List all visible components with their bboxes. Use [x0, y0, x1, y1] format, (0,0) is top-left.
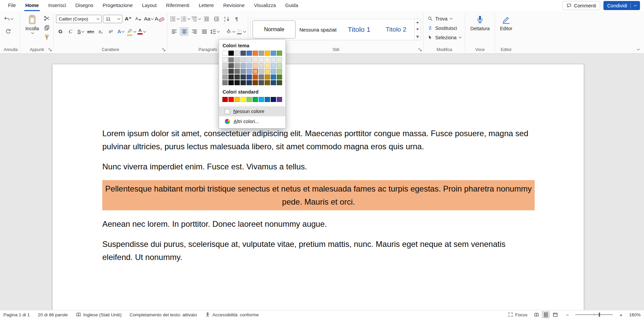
- line-spacing-button[interactable]: [210, 27, 219, 36]
- color-swatch[interactable]: [259, 51, 264, 56]
- paragraph[interactable]: Aenean nec lorem. In porttitor. Donec la…: [102, 217, 535, 230]
- tab-visualizza[interactable]: Visualizza: [249, 0, 280, 11]
- align-left-button[interactable]: [170, 27, 178, 36]
- color-swatch[interactable]: [228, 74, 234, 79]
- zoom-slider-thumb[interactable]: [599, 313, 600, 317]
- paragraph[interactable]: Suspendisse dui purus, scelerisque at, v…: [102, 237, 535, 264]
- read-mode-button[interactable]: [532, 311, 540, 318]
- color-swatch[interactable]: [277, 69, 282, 74]
- color-swatch[interactable]: [240, 74, 246, 79]
- color-swatch[interactable]: [253, 57, 258, 62]
- stili-dialog-launcher[interactable]: [418, 47, 422, 52]
- color-swatch[interactable]: [253, 97, 258, 102]
- justify-button[interactable]: [200, 27, 209, 36]
- color-swatch[interactable]: [265, 97, 270, 102]
- page-number-status[interactable]: Pagina 1 di 1: [3, 312, 30, 317]
- text-effects-button[interactable]: A: [116, 27, 125, 36]
- color-swatch[interactable]: [277, 80, 282, 85]
- paste-button[interactable]: Incolla: [23, 13, 42, 46]
- paragraph[interactable]: Nunc viverra imperdiet enim. Fusce est. …: [102, 160, 535, 173]
- color-swatch[interactable]: [271, 97, 276, 102]
- tab-home[interactable]: Home: [20, 0, 43, 11]
- shading-button[interactable]: Colori tema Colori standard: [225, 27, 235, 36]
- color-swatch[interactable]: [240, 57, 246, 62]
- color-swatch[interactable]: [277, 51, 282, 56]
- style-nessuna-spaziatura[interactable]: Nessuna spaziatura: [296, 20, 340, 39]
- show-paragraph-marks-button[interactable]: ¶: [232, 14, 241, 23]
- text-highlight-button[interactable]: [126, 27, 136, 36]
- tab-lettere[interactable]: Lettere: [194, 0, 218, 11]
- shrink-font-button[interactable]: A: [134, 14, 143, 23]
- zoom-slider[interactable]: [575, 314, 613, 315]
- tab-file[interactable]: File: [3, 0, 20, 11]
- color-swatch[interactable]: [234, 97, 240, 102]
- color-swatch[interactable]: [234, 63, 240, 68]
- color-swatch[interactable]: [222, 57, 228, 62]
- underline-button[interactable]: S: [76, 27, 85, 36]
- color-swatch[interactable]: [240, 69, 246, 74]
- tab-layout[interactable]: Layout: [138, 0, 162, 11]
- color-swatch[interactable]: [228, 51, 234, 56]
- color-swatch[interactable]: [277, 63, 282, 68]
- color-swatch[interactable]: [228, 69, 234, 74]
- document-canvas[interactable]: Lorem ipsum dolor sit amet, consectetuer…: [0, 54, 644, 310]
- color-swatch[interactable]: [234, 74, 240, 79]
- color-swatch[interactable]: [222, 63, 228, 68]
- color-swatch[interactable]: [265, 74, 270, 79]
- word-count-status[interactable]: 20 di 86 parole: [38, 312, 68, 317]
- color-swatch[interactable]: [228, 57, 234, 62]
- undo-button[interactable]: [4, 14, 13, 23]
- color-swatch[interactable]: [277, 57, 282, 62]
- sort-button[interactable]: AZ: [222, 14, 231, 23]
- appunti-dialog-launcher[interactable]: [48, 47, 52, 52]
- proofing-status[interactable]: Inglese (Stati Uniti): [76, 312, 121, 317]
- numbering-button[interactable]: 123: [180, 14, 190, 23]
- color-swatch[interactable]: [271, 57, 276, 62]
- editor-button[interactable]: Editor: [497, 13, 515, 46]
- color-swatch[interactable]: [247, 69, 252, 74]
- color-swatch[interactable]: [222, 51, 228, 56]
- color-swatch[interactable]: [271, 74, 276, 79]
- subscript-button[interactable]: x₂: [96, 27, 105, 36]
- color-swatch[interactable]: [228, 80, 234, 85]
- focus-button[interactable]: Focus: [508, 312, 528, 317]
- color-swatch[interactable]: [247, 80, 252, 85]
- bold-button[interactable]: G: [56, 27, 65, 36]
- color-swatch[interactable]: [253, 69, 258, 74]
- collapse-ribbon-button[interactable]: [637, 45, 639, 51]
- color-swatch[interactable]: [265, 80, 270, 85]
- comments-button[interactable]: Commenti: [562, 1, 600, 10]
- color-swatch[interactable]: [247, 57, 252, 62]
- grow-font-button[interactable]: A: [124, 14, 132, 23]
- copy-button[interactable]: [42, 23, 51, 32]
- color-swatch[interactable]: [228, 63, 234, 68]
- superscript-button[interactable]: x²: [106, 27, 115, 36]
- tab-disegno[interactable]: Disegno: [71, 0, 98, 11]
- zoom-out-button[interactable]: −: [564, 312, 570, 318]
- font-name-combo[interactable]: Calibri (Corpo): [56, 15, 102, 23]
- color-swatch[interactable]: [247, 63, 252, 68]
- color-swatch[interactable]: [271, 69, 276, 74]
- redo-button[interactable]: [4, 27, 12, 36]
- tab-inserisci[interactable]: Inserisci: [44, 0, 71, 11]
- replace-button[interactable]: Sostituisci: [426, 24, 463, 32]
- tab-progettazione[interactable]: Progettazione: [98, 0, 137, 11]
- color-swatch[interactable]: [253, 63, 258, 68]
- zoom-level-button[interactable]: 160%: [629, 312, 641, 317]
- color-swatch[interactable]: [234, 80, 240, 85]
- color-swatch[interactable]: [253, 74, 258, 79]
- italic-button[interactable]: C: [66, 27, 75, 36]
- document-page[interactable]: Lorem ipsum dolor sit amet, consectetuer…: [52, 64, 584, 310]
- color-swatch[interactable]: [271, 63, 276, 68]
- format-painter-button[interactable]: [42, 33, 51, 41]
- color-swatch[interactable]: [234, 57, 240, 62]
- multilevel-list-button[interactable]: [191, 14, 201, 23]
- color-swatch[interactable]: [222, 74, 228, 79]
- color-swatch[interactable]: [247, 51, 252, 56]
- paragraph[interactable]: Lorem ipsum dolor sit amet, consectetuer…: [102, 127, 535, 153]
- dictate-button[interactable]: Dettatura: [468, 13, 492, 46]
- find-button[interactable]: Trova: [426, 15, 463, 22]
- tab-guida[interactable]: Guida: [280, 0, 303, 11]
- tab-revisione[interactable]: Revisione: [219, 0, 250, 11]
- color-swatch[interactable]: [259, 80, 264, 85]
